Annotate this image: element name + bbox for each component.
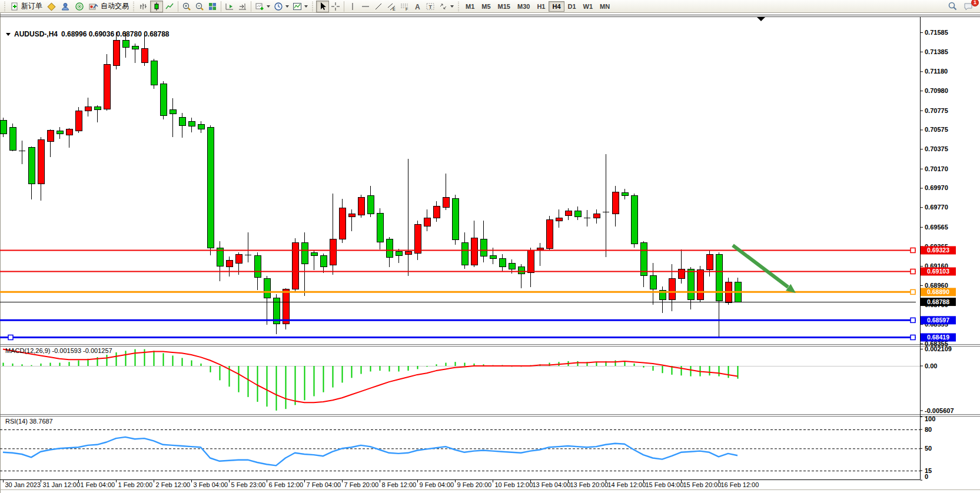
candle-bearish	[188, 121, 195, 126]
candle-bearish	[198, 124, 204, 129]
tab-timeframe-m30[interactable]: M30	[514, 1, 533, 12]
chart-shift-button[interactable]	[236, 1, 249, 12]
new-chart-icon	[255, 2, 264, 11]
equidistant-channel-button[interactable]: E	[385, 1, 398, 12]
equidistant-channel-icon: E	[387, 2, 396, 11]
cursor-button[interactable]	[316, 1, 329, 12]
toolbar-separator	[221, 1, 221, 12]
navigator-button[interactable]	[58, 1, 72, 12]
line-handle[interactable]	[911, 289, 915, 294]
rsi-line	[3, 437, 738, 466]
toolbar-drag-handle[interactable]	[4, 2, 6, 11]
text-button[interactable]: A	[411, 1, 424, 12]
chart-plot: 0.715850.713850.711800.709800.707750.705…	[0, 0, 980, 493]
candle-bullish	[669, 278, 675, 299]
dropdown-caret-icon	[267, 5, 270, 8]
crosshair-button[interactable]	[329, 1, 342, 12]
text-label-button[interactable]: T	[424, 1, 437, 12]
line-handle[interactable]	[911, 248, 915, 252]
vertical-line-button[interactable]	[346, 1, 359, 12]
tab-timeframe-d1[interactable]: D1	[564, 1, 580, 12]
zoom-in-icon	[182, 2, 191, 11]
auto-scroll-button[interactable]	[223, 1, 236, 12]
macd-axis-label: 0.00	[925, 362, 937, 369]
candle-bullish	[565, 211, 572, 216]
notifications-button[interactable]: 1	[962, 1, 976, 12]
candle-bullish	[697, 270, 703, 300]
chart-shift-marker[interactable]	[757, 17, 765, 21]
line-handle[interactable]	[8, 335, 13, 339]
candle-bearish	[687, 269, 694, 299]
line-handle[interactable]	[911, 335, 915, 339]
tile-windows-icon	[208, 2, 217, 11]
trend-arrow-object[interactable]	[733, 245, 788, 287]
auto-trading-label: 自动交易	[101, 1, 129, 11]
line-chart-button[interactable]	[163, 1, 176, 12]
chart-period-button[interactable]	[272, 1, 291, 12]
signals-button[interactable]	[72, 1, 87, 12]
time-tick-label: 9 Feb 20:00	[457, 481, 492, 488]
shapes-arrows-icon	[438, 2, 448, 11]
time-tick-label: 14 Feb 12:00	[608, 481, 646, 488]
candle-bullish	[358, 198, 364, 215]
tab-timeframe-mn[interactable]: MN	[596, 1, 613, 12]
candle-bearish	[631, 196, 637, 244]
time-tick-label: 13 Feb 20:00	[570, 481, 609, 488]
tab-timeframe-h1[interactable]: H1	[533, 1, 549, 12]
shapes-button[interactable]	[437, 1, 456, 12]
trendline-icon	[374, 2, 383, 11]
new-chart-button[interactable]	[253, 1, 272, 12]
tab-timeframe-m1[interactable]: M1	[462, 1, 478, 12]
tab-timeframe-w1[interactable]: W1	[580, 1, 597, 12]
tab-timeframe-m15[interactable]: M15	[494, 1, 514, 12]
candlestick-chart-button[interactable]	[150, 1, 163, 12]
auto-trading-button[interactable]: 自动交易	[87, 1, 131, 12]
chart-menu-caret-icon[interactable]	[6, 33, 11, 36]
horizontal-line-button[interactable]	[359, 1, 372, 12]
line-handle[interactable]	[911, 318, 915, 322]
candle-bullish	[235, 254, 242, 263]
time-tick-label: 15 Feb 04:00	[646, 481, 684, 488]
chart-template-button[interactable]	[291, 1, 310, 12]
price-tick-label: 0.70170	[925, 165, 948, 172]
candle-bearish	[640, 243, 647, 276]
main-toolbar: 新订单 自动交易	[0, 0, 980, 13]
trendline-button[interactable]	[372, 1, 385, 12]
toolbar-drag-handle[interactable]	[311, 2, 314, 11]
bar-chart-button[interactable]	[137, 1, 150, 12]
search-button[interactable]	[946, 1, 959, 12]
candle-bearish	[490, 255, 496, 258]
zoom-out-icon	[195, 2, 204, 11]
toolbar-drag-handle[interactable]	[132, 2, 135, 11]
time-tick-label: 7 Feb 20:00	[344, 481, 379, 488]
rsi-axis-label: 100	[925, 415, 935, 422]
time-tick-label: 10 Feb 12:00	[495, 481, 533, 488]
candle-bearish	[254, 255, 261, 278]
svg-text:E: E	[393, 7, 396, 11]
new-order-button[interactable]: 新订单	[8, 1, 44, 12]
zoom-in-button[interactable]	[180, 1, 193, 12]
chart-symbol-period: AUDUSD-,H4	[14, 30, 58, 38]
fibonacci-button[interactable]: F	[398, 1, 411, 12]
tab-timeframe-m5[interactable]: M5	[478, 1, 494, 12]
tile-windows-button[interactable]	[206, 1, 219, 12]
svg-text:F: F	[406, 7, 408, 11]
market-watch-button[interactable]	[44, 1, 58, 12]
line-handle[interactable]	[911, 269, 915, 274]
time-tick-label: 2 Feb 12:00	[156, 481, 191, 488]
rsi-axis-label: 0	[925, 473, 928, 480]
tab-timeframe-h4[interactable]: H4	[549, 1, 564, 12]
zoom-out-button[interactable]	[193, 1, 206, 12]
price-tick-label: 0.70575	[925, 126, 948, 133]
price-tick-label: 0.68960	[925, 282, 948, 289]
dropdown-caret-icon	[304, 5, 308, 8]
svg-text:T: T	[429, 4, 433, 9]
time-tick-label: 16 Feb 12:00	[721, 481, 759, 488]
toolbar-drag-handle[interactable]	[457, 2, 460, 11]
candle-bearish	[452, 199, 459, 240]
candle-bearish	[57, 131, 63, 134]
cursor-icon	[318, 2, 327, 11]
candle-bullish	[104, 65, 110, 109]
candle-bullish	[706, 254, 713, 269]
rsi-axis-label: 80	[925, 426, 932, 433]
